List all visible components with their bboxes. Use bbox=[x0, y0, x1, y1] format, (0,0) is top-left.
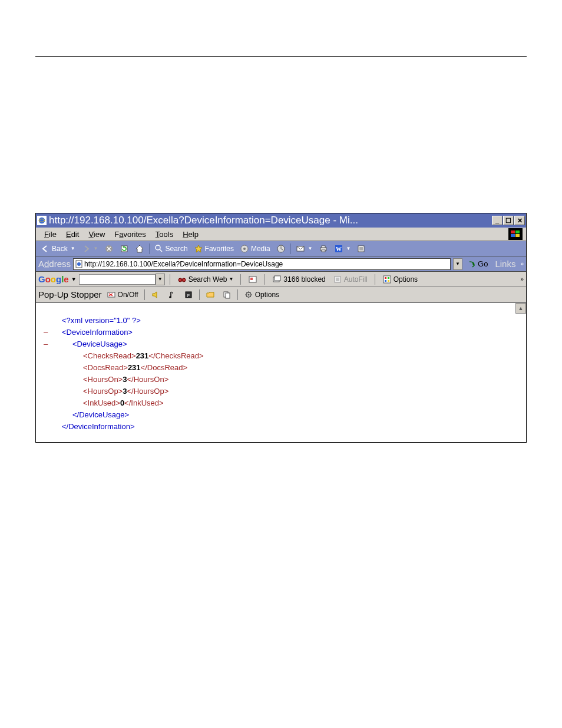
address-label: Address bbox=[38, 259, 71, 269]
edit-button[interactable]: W ▼ bbox=[332, 243, 353, 255]
media-button[interactable]: Media bbox=[237, 243, 273, 255]
xml-open-tag: <HoursOn> bbox=[83, 375, 123, 384]
address-input[interactable] bbox=[84, 259, 449, 269]
flash-icon: F bbox=[184, 290, 193, 299]
print-button[interactable] bbox=[316, 243, 330, 255]
google-search-input[interactable] bbox=[79, 274, 156, 285]
popup-options-label: Options bbox=[255, 291, 279, 299]
autofill-label: AutoFill bbox=[344, 275, 368, 284]
svg-rect-27 bbox=[250, 278, 253, 280]
search-button[interactable]: Search bbox=[152, 243, 190, 255]
mail-button[interactable]: ▼ bbox=[293, 243, 315, 255]
back-button[interactable]: Back ▼ bbox=[38, 243, 78, 255]
dropdown-arrow-icon: ▼ bbox=[229, 276, 233, 282]
address-dropdown-button[interactable]: ▼ bbox=[453, 258, 462, 270]
xml-close-tag: </HoursOp> bbox=[127, 387, 168, 396]
flash-button[interactable]: F bbox=[181, 290, 196, 299]
menu-favorites[interactable]: Favorites bbox=[110, 229, 150, 240]
menu-tools[interactable]: Tools bbox=[151, 229, 178, 240]
page-icon bbox=[75, 260, 83, 268]
stop-button[interactable] bbox=[102, 243, 116, 255]
xml-close-tag: </DocsRead> bbox=[141, 363, 188, 372]
svg-rect-43 bbox=[226, 293, 230, 298]
google-search-dropdown[interactable]: ▼ bbox=[156, 274, 165, 285]
options-label: Options bbox=[394, 275, 418, 284]
dropdown-arrow-icon[interactable]: ▼ bbox=[71, 276, 77, 282]
search-web-button[interactable]: Search Web ▼ bbox=[175, 275, 236, 284]
popup-options-button[interactable]: Options bbox=[242, 290, 282, 299]
links-label[interactable]: Links bbox=[492, 259, 518, 269]
separator bbox=[237, 289, 238, 300]
svg-rect-31 bbox=[384, 276, 391, 283]
go-button[interactable]: Go bbox=[465, 259, 490, 269]
minimize-button[interactable]: _ bbox=[492, 216, 503, 225]
autofill-icon bbox=[333, 275, 342, 284]
svg-point-10 bbox=[243, 248, 246, 250]
menu-file[interactable]: File bbox=[39, 229, 61, 240]
separator bbox=[199, 289, 200, 300]
popup-stopper-toolbar: Pop-Up Stopper On/Off F bbox=[36, 287, 526, 302]
svg-point-39 bbox=[169, 296, 171, 298]
forward-button[interactable]: ▼ bbox=[79, 243, 101, 255]
svg-point-0 bbox=[39, 218, 45, 224]
svg-rect-3 bbox=[511, 234, 515, 237]
dropdown-arrow-icon: ▼ bbox=[71, 246, 75, 251]
svg-line-8 bbox=[160, 249, 162, 252]
overflow-chevron-icon[interactable]: » bbox=[520, 276, 524, 282]
addressbar: Address ▼ Go Links » bbox=[36, 256, 526, 272]
xml-close-tag: </InkUsed> bbox=[124, 398, 164, 407]
xml-collapse-toggle[interactable]: – bbox=[44, 338, 48, 350]
music-button[interactable] bbox=[165, 290, 179, 299]
refresh-button[interactable] bbox=[117, 243, 131, 255]
dropdown-arrow-icon: ▼ bbox=[346, 246, 351, 251]
svg-rect-2 bbox=[515, 230, 520, 233]
svg-rect-1 bbox=[511, 230, 515, 233]
xml-open-tag: <DeviceInformation> bbox=[62, 328, 133, 337]
xml-collapse-toggle[interactable]: – bbox=[44, 327, 48, 338]
discuss-icon bbox=[356, 244, 366, 253]
options-icon bbox=[382, 275, 392, 284]
maximize-button[interactable]: ☐ bbox=[503, 216, 514, 225]
onoff-icon bbox=[107, 290, 116, 299]
menu-view[interactable]: View bbox=[84, 229, 110, 240]
google-logo[interactable]: Google bbox=[38, 274, 69, 284]
menu-edit[interactable]: Edit bbox=[61, 229, 84, 240]
history-button[interactable] bbox=[274, 243, 288, 255]
nav-toolbar: Back ▼ ▼ Search Favorit bbox=[36, 241, 526, 256]
popup-blocked-icon bbox=[272, 275, 282, 284]
scroll-up-button[interactable]: ▲ bbox=[515, 303, 526, 314]
go-arrow-icon bbox=[467, 259, 477, 269]
close-button[interactable]: ✕ bbox=[514, 216, 525, 225]
home-button[interactable] bbox=[133, 243, 147, 255]
separator bbox=[290, 243, 291, 254]
folder-button[interactable] bbox=[203, 290, 217, 299]
onoff-button[interactable]: On/Off bbox=[104, 290, 141, 299]
menu-help[interactable]: Help bbox=[178, 229, 203, 240]
print-icon bbox=[319, 244, 328, 253]
separator bbox=[265, 274, 265, 285]
autofill-button[interactable]: AutoFill bbox=[330, 275, 370, 284]
xml-close-tag: </HoursOn> bbox=[127, 375, 168, 384]
copy-button[interactable] bbox=[220, 290, 234, 299]
popup-blocked-button[interactable]: 3166 blocked bbox=[270, 275, 328, 284]
xml-value: 231 bbox=[128, 363, 141, 372]
popup-stopper-label: Pop-Up Stopper bbox=[38, 289, 102, 299]
back-label: Back bbox=[52, 245, 68, 253]
go-label: Go bbox=[478, 259, 488, 268]
menubar: File Edit View Favorites Tools Help bbox=[36, 228, 526, 241]
content-pane: ▲ <?xml version="1.0" ?> –<DeviceInforma… bbox=[36, 302, 526, 442]
sound-button[interactable] bbox=[148, 290, 163, 299]
xml-open-tag: <DeviceUsage> bbox=[72, 340, 127, 348]
windows-logo-throbber bbox=[508, 228, 523, 240]
svg-point-23 bbox=[77, 262, 81, 266]
options-button[interactable]: Options bbox=[380, 275, 420, 284]
svg-rect-32 bbox=[385, 277, 386, 279]
svg-rect-33 bbox=[388, 277, 389, 279]
separator bbox=[240, 274, 241, 285]
discuss-button[interactable] bbox=[354, 243, 368, 255]
favorites-button[interactable]: Favorites bbox=[191, 243, 236, 255]
news-button[interactable] bbox=[246, 275, 260, 284]
ie-logo-icon bbox=[37, 216, 47, 225]
folder-icon bbox=[206, 290, 215, 299]
overflow-chevron-icon[interactable]: » bbox=[520, 261, 524, 267]
